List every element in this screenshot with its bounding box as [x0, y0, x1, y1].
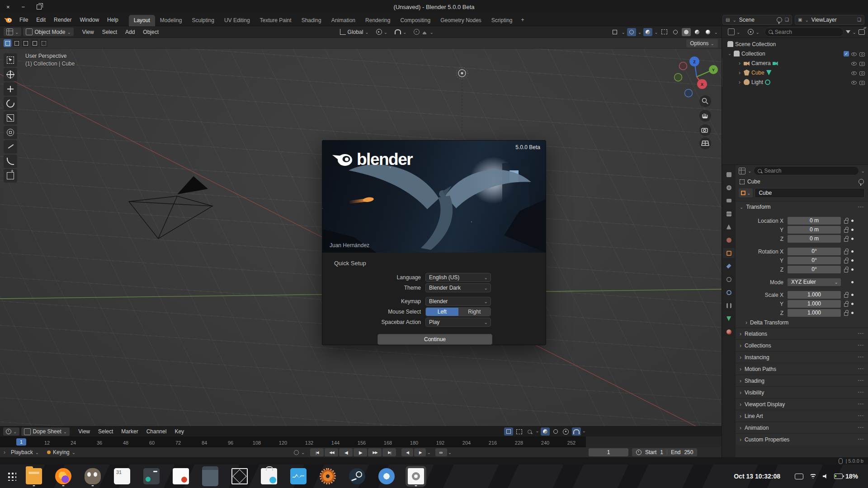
value-field[interactable]: XYZ Euler [788, 278, 841, 286]
toolbar-tool-button[interactable] [4, 155, 17, 168]
dock-software[interactable] [259, 466, 279, 487]
properties-editor-icon[interactable] [739, 168, 745, 174]
show-hidden-filter-button[interactable] [514, 427, 524, 436]
only-selected-filter-button[interactable] [504, 427, 513, 436]
delta-transform-panel[interactable]: Delta Transform [736, 318, 868, 328]
properties-tab[interactable] [723, 235, 735, 245]
filter-search-button[interactable] [525, 427, 534, 436]
dock-photos[interactable] [317, 466, 338, 487]
expand-region-icon[interactable]: › [4, 449, 5, 455]
timeline-menu[interactable]: Key [170, 427, 188, 436]
animate-property-icon[interactable] [851, 268, 854, 271]
filter-icon[interactable] [846, 30, 850, 33]
dock-steam[interactable] [347, 466, 368, 487]
hide-in-viewport-icon[interactable] [851, 80, 857, 85]
select-mode-subtract[interactable] [22, 39, 29, 47]
language-select[interactable]: English (US) [425, 273, 491, 282]
transport-button[interactable] [368, 448, 382, 456]
wifi-icon[interactable] [810, 474, 816, 479]
keyboard-layout-icon[interactable] [795, 474, 803, 479]
lock-icon[interactable] [843, 218, 849, 224]
shading-solid-button[interactable] [682, 28, 691, 36]
animate-property-icon[interactable] [851, 303, 854, 305]
toolbar-tool-button[interactable] [4, 111, 17, 125]
lock-icon[interactable] [843, 227, 849, 233]
outliner-search-input[interactable]: Search [764, 28, 844, 37]
current-frame-indicator[interactable]: 1 [16, 438, 26, 446]
jump-next-frame-button[interactable] [414, 448, 426, 456]
workspace-tab[interactable]: Layout [129, 15, 155, 26]
disable-in-renders-icon[interactable] [859, 61, 865, 66]
animate-property-icon[interactable] [851, 259, 854, 262]
properties-tab[interactable] [723, 314, 735, 324]
lock-icon[interactable] [843, 249, 849, 254]
lock-icon[interactable] [843, 267, 849, 272]
lock-icon[interactable] [843, 301, 849, 307]
jump-prev-frame-button[interactable] [401, 448, 413, 456]
viewport-menu[interactable]: Add [121, 28, 139, 37]
workspace-tab[interactable]: Compositing [395, 15, 435, 26]
light-object[interactable] [456, 67, 468, 133]
toolbar-tool-button[interactable] [4, 97, 17, 110]
viewport-menu[interactable]: Object [139, 28, 163, 37]
value-field[interactable]: 0 m [788, 217, 841, 225]
new-collection-icon[interactable] [859, 29, 865, 35]
axis-neg-x-ball[interactable] [679, 62, 687, 70]
lock-icon[interactable] [843, 236, 849, 242]
workspace-tab[interactable]: Sculpting [187, 15, 219, 26]
lock-icon[interactable] [843, 292, 849, 298]
menubar-menu[interactable]: Help [103, 15, 123, 24]
select-mode-invert[interactable] [31, 39, 38, 47]
end-value[interactable]: 250 [684, 449, 693, 455]
collapsed-panel[interactable]: Custom Properties [736, 433, 868, 445]
dock-calculator[interactable] [141, 466, 162, 487]
menubar-menu[interactable]: Render [50, 15, 75, 24]
disable-in-renders-icon[interactable] [859, 70, 865, 75]
dock-chromium[interactable] [376, 466, 397, 487]
proportional-editing-toggle[interactable] [411, 28, 436, 36]
toolbar-tool-button[interactable] [4, 82, 17, 96]
snap-toggle[interactable] [392, 28, 409, 36]
toolbar-tool-button[interactable] [4, 140, 17, 154]
animate-property-icon[interactable] [851, 294, 854, 296]
outliner-display-mode[interactable] [725, 28, 743, 36]
keying-popover[interactable]: Keying [44, 448, 78, 456]
properties-tab[interactable] [723, 209, 735, 219]
timeline-menu[interactable]: Select [94, 427, 117, 436]
axis-neg-y-ball[interactable] [675, 74, 682, 81]
pan-button[interactable] [699, 110, 711, 122]
object-type-visibility-button[interactable] [610, 28, 619, 36]
value-field[interactable]: 0 m [788, 226, 841, 234]
outliner-row[interactable]: Cube ✓ [722, 68, 868, 77]
dock-terminal[interactable] [200, 466, 221, 487]
camera-object[interactable] [129, 176, 212, 239]
value-field[interactable]: 1.000 [788, 300, 841, 308]
dock-firefox[interactable] [53, 466, 74, 487]
auto-keyframe-button[interactable] [292, 448, 300, 456]
viewport-menu[interactable]: View [78, 28, 98, 37]
properties-tab[interactable] [723, 327, 735, 337]
playback-popover[interactable]: Playback [8, 448, 42, 456]
animate-property-icon[interactable] [851, 238, 854, 240]
collapsed-panel[interactable]: Instancing [736, 351, 868, 363]
viewport-menu[interactable]: Select [98, 28, 121, 37]
dock-gimp[interactable] [82, 466, 103, 487]
animate-property-icon[interactable] [851, 220, 854, 222]
value-field[interactable]: 0° [788, 248, 841, 255]
options-button[interactable]: Options [686, 39, 718, 47]
menubar-menu[interactable]: Window [75, 15, 103, 24]
toolbar-tool-button[interactable] [4, 126, 17, 139]
timeline-editor-type-button[interactable] [3, 427, 19, 436]
collapsed-panel[interactable]: Motion Paths [736, 363, 868, 375]
animate-property-icon[interactable] [851, 281, 854, 283]
transport-button[interactable] [339, 448, 353, 456]
pin-id-icon[interactable] [859, 179, 864, 184]
mouse-select-left-button[interactable]: Left [426, 308, 458, 316]
value-field[interactable]: 0 m [788, 235, 841, 243]
transform-panel-header[interactable]: Transform [736, 202, 868, 212]
timeline-menu[interactable]: Marker [117, 427, 142, 436]
volume-icon[interactable] [823, 474, 828, 479]
new-view-layer-icon[interactable]: ❏ [857, 17, 861, 22]
outliner-row[interactable]: Scene Collection ✓ [722, 39, 868, 49]
outliner-row[interactable]: Collection ✓ [722, 49, 868, 58]
